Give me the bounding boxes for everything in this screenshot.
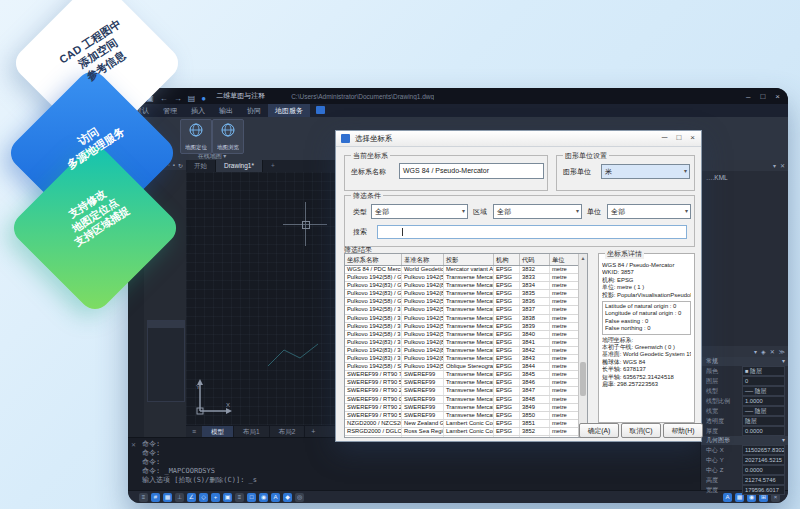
new-tab-button[interactable]: + — [263, 160, 283, 172]
ribbon-tab-输出[interactable]: 输出 — [212, 104, 240, 117]
dynamic-input-icon[interactable]: ▣ — [223, 493, 232, 502]
search-input[interactable] — [377, 225, 687, 239]
grid-icon[interactable]: # — [151, 493, 160, 502]
property-value[interactable]: 11502657.8302 — [742, 445, 785, 455]
ribbon-tab-插入[interactable]: 插入 — [184, 104, 212, 117]
ribbon-tab-管理[interactable]: 管理 — [156, 104, 184, 117]
polar-tracking-icon[interactable]: ∠ — [187, 493, 196, 502]
filter-combobox-类型[interactable]: 全部▾ — [371, 204, 468, 219]
panel-item[interactable]: ….KML — [701, 171, 788, 181]
table-header[interactable]: 坐标系名称基准名称投影机构代码单位 — [345, 254, 587, 266]
column-header-坐标系名称[interactable]: 坐标系名称 — [345, 254, 402, 265]
table-row[interactable]: Pulkovo 1942(58) / 3-degree Gauss-Kruger… — [345, 315, 587, 323]
minimize-icon[interactable]: – — [746, 92, 750, 101]
ribbon-extra-icon[interactable] — [316, 106, 325, 114]
section-header-常规[interactable]: 常规▾ — [701, 357, 788, 366]
column-header-基准名称[interactable]: 基准名称 — [402, 254, 444, 265]
table-row[interactable]: Pulkovo 1942(83) / 3-degree Gauss-Kruger… — [345, 355, 587, 363]
transparency-icon[interactable]: □ — [247, 493, 256, 502]
property-value[interactable]: 21274.5746 — [742, 475, 785, 485]
osnap-icon[interactable]: ◇ — [199, 493, 208, 502]
column-header-代码[interactable]: 代码 — [520, 254, 550, 265]
command-line-panel[interactable]: ✕ 命令:命令:命令:命令: _MAPCOORDSYS输入选项 [拾取(S)/删… — [128, 437, 700, 490]
table-row[interactable]: Pulkovo 1942(58) / Stereo70Pulkovo 1942(… — [345, 363, 587, 371]
toolbar-icon-2[interactable]: ✕ — [770, 348, 775, 355]
crs-table[interactable]: 坐标系名称基准名称投影机构代码单位 WGS 84 / PDC MercatorW… — [344, 253, 588, 438]
close-icon[interactable]: ✕ — [780, 162, 785, 169]
pin-icon[interactable]: ▾ — [773, 162, 776, 169]
ortho-icon[interactable]: ⊥ — [175, 493, 184, 502]
toolbar-icon-1[interactable]: ◈ — [761, 348, 766, 355]
file-tab-Drawing1*[interactable]: Drawing1* — [216, 160, 263, 172]
annotation-icon[interactable]: A — [271, 493, 280, 502]
table-row[interactable]: Pulkovo 1942(58) / 3-degree Gauss-Kruger… — [345, 323, 587, 331]
table-row[interactable]: Pulkovo 1942(58) / Gauss-Kruger zone 4Pu… — [345, 298, 587, 306]
table-row[interactable]: SWEREF99 / RT90 2.5 gon O emulationSWERE… — [345, 404, 587, 412]
workspace-switch-icon[interactable]: ◆ — [283, 493, 292, 502]
maximize-icon[interactable]: □ — [760, 92, 765, 101]
property-value[interactable]: ── 随层 — [742, 386, 785, 396]
redo-icon[interactable]: → — [174, 94, 182, 103]
ribbon-button-地图定位[interactable]: 地图定位 — [180, 119, 212, 154]
refresh-icon[interactable]: ● — [201, 94, 206, 103]
property-value[interactable]: ── 随层 — [742, 406, 785, 416]
table-row[interactable]: Pulkovo 1942(58) / 3-degree Gauss-Kruger… — [345, 306, 587, 314]
table-row[interactable]: Pulkovo 1942(83) / 3-degree Gauss-Kruger… — [345, 339, 587, 347]
workspace-switcher[interactable]: 二维草图与注释 — [216, 91, 265, 101]
table-row[interactable]: NZGD2000 / NZCS2000New Zealand Geodetic … — [345, 420, 587, 428]
print-icon[interactable]: ▤ — [188, 94, 196, 103]
cancel-button[interactable]: 取消(C) — [621, 423, 661, 438]
scrollbar-thumb[interactable] — [580, 362, 586, 396]
filter-combobox-区域[interactable]: 全部▾ — [493, 204, 582, 219]
close-icon[interactable]: × — [775, 92, 780, 101]
table-row[interactable]: SWEREF99 / RT90 0 gon emulationSWEREF99T… — [345, 396, 587, 404]
undo-icon[interactable]: ← — [160, 94, 168, 103]
selection-cycling-icon[interactable]: ◉ — [259, 493, 268, 502]
dialog-minimize-icon[interactable]: ─ — [662, 133, 668, 142]
snap-icon[interactable]: ▦ — [163, 493, 172, 502]
pin-icon[interactable]: ▪ — [173, 162, 175, 168]
window-controls[interactable]: –□× — [746, 88, 780, 104]
column-header-投影[interactable]: 投影 — [444, 254, 494, 265]
file-tab-开始[interactable]: 开始 — [186, 160, 216, 172]
section-header-几何图形[interactable]: 几何图形▾ — [701, 436, 788, 445]
isolate-icon[interactable]: ◎ — [295, 493, 304, 502]
table-row[interactable]: County ST74SWEREF99Transverse MercatorEP… — [345, 436, 587, 438]
scroll-up-icon[interactable]: ▲ — [579, 254, 587, 262]
table-body[interactable]: WGS 84 / PDC MercatorWorld Geodetic Syst… — [345, 266, 587, 438]
table-row[interactable]: RSRGD2000 / DGLC2000Ross Sea Region Geod… — [345, 428, 587, 436]
column-header-机构[interactable]: 机构 — [494, 254, 520, 265]
close-icon[interactable]: ✕ — [131, 441, 136, 448]
table-row[interactable]: SWEREF99 / RT90 5 gon V emulationSWEREF9… — [345, 379, 587, 387]
ribbon-tab-地图服务[interactable]: 地图服务 — [268, 104, 310, 117]
filter-combobox-单位[interactable]: 全部▾ — [607, 204, 691, 219]
dock-panel-header[interactable]: ▾✕ — [701, 160, 788, 171]
property-value[interactable]: 0 — [742, 376, 785, 386]
property-value[interactable]: 0.0000 — [742, 426, 785, 436]
ribbon-button-地图浏览[interactable]: 地图浏览 — [212, 119, 244, 154]
property-value[interactable]: ■ 随层 — [742, 366, 785, 376]
dialog-window-controls[interactable]: ─□× — [662, 133, 695, 142]
dialog-title-bar[interactable]: 选择坐标系 ─□× — [336, 131, 701, 147]
toolbar-icon-3[interactable]: ≫ — [779, 348, 785, 355]
otrack-icon[interactable]: + — [211, 493, 220, 502]
property-value[interactable]: 随层 — [742, 416, 785, 426]
lineweight-icon[interactable]: ≡ — [235, 493, 244, 502]
ok-button[interactable]: 确定(A) — [579, 423, 619, 438]
property-value[interactable]: 1.0000 — [742, 396, 785, 406]
property-value[interactable]: 179596.6017 — [742, 485, 785, 495]
table-row[interactable]: Pulkovo 1942(83) / Gauss-Kruger zone 2Pu… — [345, 282, 587, 290]
dialog-close-icon[interactable]: × — [690, 133, 695, 142]
properties-toolbar[interactable]: ▾◈✕≫ — [701, 346, 788, 357]
model-space-toggle[interactable]: ≡ — [139, 493, 148, 502]
property-value[interactable]: 2027146.5215 — [742, 455, 785, 465]
table-row[interactable]: Pulkovo 1942(58) / Gauss-Kruger zone 2Pu… — [345, 274, 587, 282]
property-value[interactable]: 0.0000 — [742, 465, 785, 475]
table-row[interactable]: SWEREF99 / RT90 2.5 gon V emulationSWERE… — [345, 387, 587, 395]
dialog-maximize-icon[interactable]: □ — [676, 133, 681, 142]
help-button[interactable]: 帮助(H) — [663, 423, 703, 438]
table-row[interactable]: Pulkovo 1942(58) / 3-degree Gauss-Kruger… — [345, 331, 587, 339]
table-row[interactable]: SWEREF99 / RT90 7.5 gon V emulationSWERE… — [345, 371, 587, 379]
refresh-icon[interactable]: ↻ — [178, 162, 183, 169]
table-row[interactable]: WGS 84 / PDC MercatorWorld Geodetic Syst… — [345, 266, 587, 274]
